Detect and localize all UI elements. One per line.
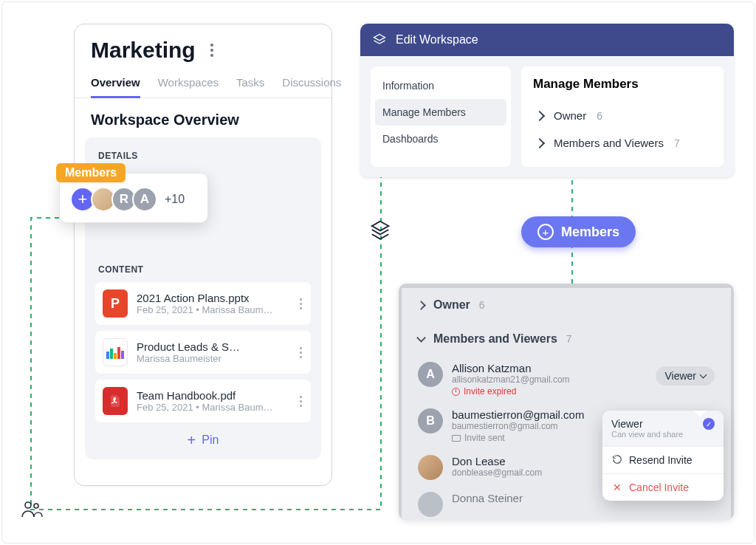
edit-workspace-title: Edit Workspace: [396, 33, 478, 47]
workspace-title: Marketing: [91, 38, 196, 63]
avatar-stack[interactable]: + R A: [70, 187, 157, 212]
content-name: Product Leads & S…: [137, 340, 288, 353]
side-item-dashboards[interactable]: Dashboards: [371, 126, 511, 152]
content-item[interactable]: Product Leads & S… Marissa Baumeister: [95, 331, 311, 374]
sheet-icon: [103, 338, 128, 366]
role-dropdown[interactable]: Viewer: [656, 366, 715, 385]
role-label: Viewer: [664, 370, 696, 382]
avatar: B: [418, 408, 443, 433]
add-members-button[interactable]: + Members: [521, 216, 636, 247]
content-meta: Marissa Baumeister: [137, 353, 288, 364]
members-pill-label: Members: [561, 224, 619, 240]
svg-point-0: [25, 502, 31, 508]
check-circle-icon: ✓: [703, 418, 715, 430]
caret-down-icon: [700, 371, 707, 379]
group-label: Members and Viewers: [433, 332, 557, 346]
people-icon: [21, 499, 43, 521]
details-label: DETAILS: [92, 148, 314, 168]
envelope-icon: [452, 435, 461, 442]
manage-members-title: Manage Members: [533, 77, 712, 92]
role-menu: Viewer Can view and share ✓ Resend Invit…: [602, 411, 724, 501]
tab-discussions[interactable]: Discussions: [282, 76, 341, 98]
content-name: Team Handbook.pdf: [137, 389, 288, 402]
layers-icon: [372, 32, 387, 47]
member-name: Allison Katzman: [452, 362, 647, 374]
member-email: allisonkatzman21@gmail.com: [452, 374, 647, 385]
tab-tasks[interactable]: Tasks: [236, 76, 264, 98]
members-badge: Members: [56, 163, 126, 182]
cancel-invite-button[interactable]: ✕ Cancel Invite: [602, 474, 724, 501]
group-members-viewers[interactable]: Members and Viewers 7: [533, 129, 712, 157]
group-label: Owner: [433, 298, 470, 312]
content-meta: Feb 25, 2021 • Marissa Baum…: [137, 304, 288, 315]
content-label: CONTENT: [92, 261, 314, 282]
content-item[interactable]: P 2021 Action Plans.pptx Feb 25, 2021 • …: [95, 282, 311, 325]
pin-label: Pin: [202, 433, 219, 447]
content-menu-icon[interactable]: [297, 393, 305, 410]
invite-status: Invite expired: [452, 386, 647, 397]
group-count: 7: [674, 137, 680, 149]
edit-side-nav: Information Manage Members Dashboards: [371, 66, 511, 167]
group-owner[interactable]: Owner 6: [402, 288, 731, 322]
clock-icon: [452, 388, 460, 396]
tab-overview[interactable]: Overview: [91, 76, 140, 98]
avatar: A: [418, 362, 443, 387]
edit-workspace-panel: Edit Workspace Information Manage Member…: [360, 24, 734, 177]
group-owner[interactable]: Owner 6: [533, 102, 712, 129]
refresh-icon: [611, 454, 623, 465]
avatar: [418, 455, 443, 480]
role-option-viewer[interactable]: Viewer Can view and share ✓: [602, 411, 724, 446]
content-menu-icon[interactable]: [297, 295, 305, 312]
group-label: Members and Viewers: [554, 137, 664, 149]
plus-icon: +: [188, 433, 196, 448]
role-option-title: Viewer: [611, 418, 697, 430]
group-count: 6: [479, 299, 485, 311]
workspace-menu-icon[interactable]: [206, 41, 218, 60]
side-item-information[interactable]: Information: [371, 72, 511, 99]
content-item[interactable]: Team Handbook.pdf Feb 25, 2021 • Marissa…: [95, 380, 311, 422]
layers-icon: [369, 219, 391, 244]
members-popover: Members + R A +10: [59, 173, 208, 223]
edit-main: Manage Members Owner 6 Members and Viewe…: [521, 66, 724, 167]
edit-workspace-header: Edit Workspace: [360, 24, 734, 56]
content-name: 2021 Action Plans.pptx: [137, 292, 288, 304]
close-icon: ✕: [611, 481, 623, 493]
workspace-card: Marketing Overview Workspaces Tasks Disc…: [74, 24, 332, 486]
resend-invite-button[interactable]: Resend Invite: [602, 447, 724, 473]
content-meta: Feb 25, 2021 • Marissa Baum…: [137, 402, 288, 413]
tab-workspaces[interactable]: Workspaces: [158, 76, 219, 98]
avatar-overflow-count[interactable]: +10: [165, 193, 185, 206]
workspace-tabs: Overview Workspaces Tasks Discussions: [91, 76, 315, 98]
side-item-manage-members[interactable]: Manage Members: [375, 99, 506, 126]
group-count: 7: [566, 333, 572, 345]
svg-point-1: [34, 504, 38, 508]
chevron-right-icon: [535, 137, 545, 148]
plus-circle-icon: +: [537, 224, 554, 240]
pdf-icon: [103, 387, 128, 415]
chevron-down-icon: [416, 333, 426, 343]
member-row[interactable]: A Allison Katzman allisonkatzman21@gmail…: [402, 356, 731, 402]
chevron-right-icon: [535, 110, 545, 120]
workspace-subtitle: Workspace Overview: [75, 98, 331, 137]
group-label: Owner: [554, 109, 586, 122]
role-option-sub: Can view and share: [611, 430, 697, 439]
pptx-icon: P: [103, 289, 128, 318]
avatar[interactable]: A: [132, 187, 157, 212]
content-menu-icon[interactable]: [297, 344, 305, 361]
chevron-right-icon: [416, 301, 426, 310]
avatar: [418, 492, 443, 517]
pin-button[interactable]: + Pin: [92, 422, 314, 452]
group-count: 6: [597, 110, 602, 122]
group-members-viewers[interactable]: Members and Viewers 7: [402, 322, 731, 356]
